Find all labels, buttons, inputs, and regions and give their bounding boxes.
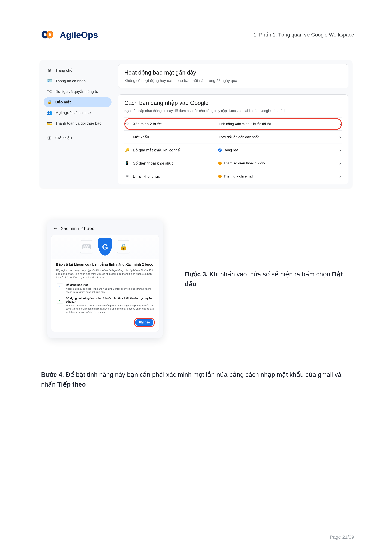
page-header: AgileOps 1. Phần 1: Tổng quan về Google …	[38, 28, 354, 41]
sidebar-item-5[interactable]: 💳Thanh toán và gói thuê bao	[44, 118, 112, 128]
signin-row-4[interactable]: ✉Email khôi phục!Thêm địa chỉ email›	[124, 170, 342, 183]
signin-row-1[interactable]: ⋯Mật khẩuThay đổi lần gần đây nhất›	[124, 131, 342, 144]
feature-desc: Ngoài mật khẩu của bạn, tính năng Xác mi…	[66, 287, 154, 294]
sidebar-icon: 👥	[47, 110, 52, 115]
card-title: Bảo vệ tài khoản của bạn bằng tính năng …	[51, 259, 159, 269]
sidebar-icon: 💳	[47, 121, 52, 126]
dialog-card: ⌨ G 🔒 Bảo vệ tài khoản của bạn bằng tính…	[51, 235, 159, 332]
page-footer: Page 21/39	[330, 534, 354, 540]
card-desc: Hãy ngăn chặn tin tặc truy cập vào tài k…	[51, 269, 159, 282]
feature-title: Sử dụng tính năng Xác minh 2 bước cho tấ…	[66, 297, 154, 303]
feature-1: ●Sử dụng tính năng Xác minh 2 bước cho t…	[51, 295, 159, 315]
feature-0: ✓Dễ dàng bảo mậtNgoài mật khẩu của bạn, …	[51, 282, 159, 295]
chevron-right-icon: ›	[339, 147, 342, 153]
sidebar-icon: 🪪	[47, 78, 52, 83]
sidebar-item-label: Bảo mật	[55, 100, 71, 104]
step3-text: Bước 3. Khi nhấn vào, cửa sổ sẽ hiện ra …	[185, 269, 352, 289]
security-panel: ◉Trang chủ🪪Thông tin cá nhân⌥Dữ liệu và …	[40, 60, 352, 188]
row-label: Bỏ qua mật khẩu khi có thể	[133, 148, 215, 152]
breadcrumb: 1. Phần 1: Tổng quan về Google Workspace	[253, 32, 354, 38]
chevron-right-icon: ›	[339, 134, 342, 140]
feature-title: Dễ dàng bảo mật	[66, 283, 154, 287]
logo: AgileOps	[38, 28, 98, 41]
sidebar-item-label: Thông tin cá nhân	[55, 79, 86, 83]
globe-lock-icon: ●	[56, 297, 63, 304]
sidebar-icon: 🔒	[47, 100, 52, 104]
sidebar-item-label: Mọi người và chia sẻ	[55, 111, 91, 115]
sidebar-icon: ⌥	[47, 89, 52, 94]
recent-activity-card: Hoạt động bảo mật gần đây Không có hoạt …	[118, 64, 348, 88]
row-label: Số điện thoại khôi phục	[133, 161, 215, 166]
sidebar-item-label: Trang chủ	[55, 68, 72, 73]
signin-subtitle: Bạn nên cập nhật thông tin này để đảm bả…	[124, 109, 342, 113]
sidebar-icon: ⓘ	[47, 135, 52, 141]
row-status: !Thêm số điện thoại di động	[218, 161, 336, 165]
signin-row-0[interactable]: 🛡Xác minh 2 bướcTính năng Xác minh 2 bướ…	[124, 117, 342, 131]
google-shield-icon: G	[98, 238, 112, 256]
activity-subtitle: Không có hoạt động hay cảnh báo bảo mật …	[124, 78, 342, 83]
sidebar-item-4[interactable]: 👥Mọi người và chia sẻ	[44, 108, 112, 118]
infinity-icon	[38, 28, 57, 41]
hero-illustration: ⌨ G 🔒	[51, 235, 159, 259]
row-status: ✓Đang bật	[218, 148, 336, 152]
row-label: Email khôi phục	[133, 174, 215, 179]
check-badge-icon: ✓	[218, 148, 222, 152]
sidebar-item-label: Thanh toán và gói thuê bao	[55, 121, 101, 125]
back-arrow-icon[interactable]: ←	[53, 226, 58, 231]
activity-title: Hoạt động bảo mật gần đây	[124, 69, 342, 76]
row-label: Xác minh 2 bước	[133, 122, 215, 126]
row-icon: 🛡	[124, 122, 130, 126]
sidebar-item-1[interactable]: 🪪Thông tin cá nhân	[44, 76, 112, 86]
lock-box-icon: 🔒	[117, 240, 130, 253]
device-icon: ⌨	[80, 240, 93, 253]
warning-badge-icon: !	[218, 175, 222, 178]
chevron-right-icon: ›	[339, 121, 342, 127]
chevron-right-icon: ›	[339, 161, 342, 166]
shield-check-icon: ✓	[56, 283, 63, 290]
row-icon: 📱	[124, 161, 130, 166]
signin-title: Cách bạn đăng nhập vào Google	[124, 100, 342, 106]
sidebar-item-3[interactable]: 🔒Bảo mật	[44, 97, 112, 107]
row-label: Mật khẩu	[133, 135, 215, 139]
row-icon: ✉	[124, 174, 130, 179]
sidebar-icon: ◉	[47, 68, 52, 73]
sidebar-item-2[interactable]: ⌥Dữ liệu và quyền riêng tư	[44, 87, 112, 97]
row-status: Thay đổi lần gần đây nhất	[218, 135, 336, 139]
row-status: Tính năng Xác minh 2 bước đã tắt	[218, 122, 336, 126]
sidebar: ◉Trang chủ🪪Thông tin cá nhân⌥Dữ liệu và …	[44, 64, 112, 184]
row-icon: ⋯	[124, 135, 130, 139]
feature-desc: Tính năng Xác minh 2 bước đã được chứng …	[66, 304, 154, 314]
step4-text: Bước 4. Để bật tính năng này bạn cần phả…	[40, 370, 352, 389]
signin-row-2[interactable]: 🔑Bỏ qua mật khẩu khi có thể✓Đang bật›	[124, 144, 342, 157]
signin-row-3[interactable]: 📱Số điện thoại khôi phục!Thêm số điện th…	[124, 157, 342, 170]
sidebar-item-0[interactable]: ◉Trang chủ	[44, 65, 112, 75]
logo-text: AgileOps	[60, 30, 98, 40]
signin-card: Cách bạn đăng nhập vào Google Bạn nên cậ…	[118, 94, 348, 184]
row-icon: 🔑	[124, 148, 130, 152]
dialog-title: Xác minh 2 bước	[61, 226, 94, 231]
warning-badge-icon: !	[218, 162, 222, 165]
row-status: !Thêm địa chỉ email	[218, 174, 336, 179]
two-step-dialog: ← Xác minh 2 bước ⌨ G 🔒 Bảo vệ tài khoản…	[47, 220, 163, 338]
chevron-right-icon: ›	[339, 174, 342, 179]
sidebar-item-label: Giới thiệu	[55, 136, 72, 140]
sidebar-item-6[interactable]: ⓘGiới thiệu	[44, 133, 112, 143]
sidebar-item-label: Dữ liệu và quyền riêng tư	[55, 89, 98, 94]
start-button[interactable]: Bắt đầu	[134, 318, 155, 327]
